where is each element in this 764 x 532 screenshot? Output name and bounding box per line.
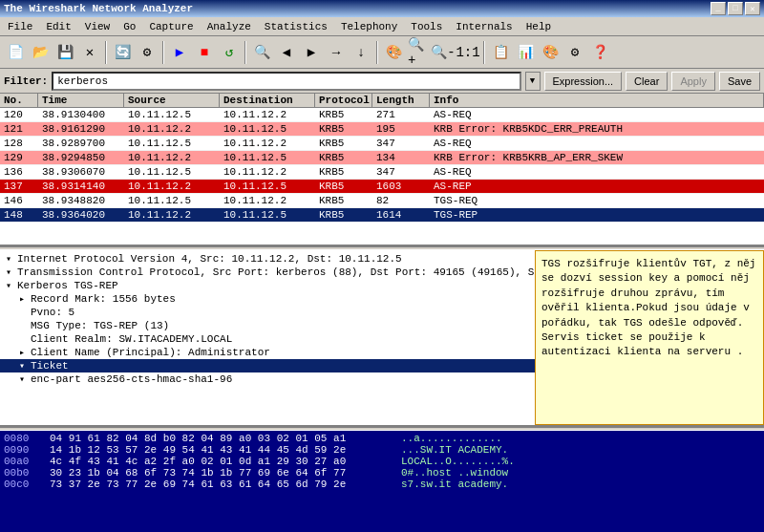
detail-row-text: Client Name (Principal): Administrator [31, 347, 270, 358]
hex-offset: 0080 [4, 433, 42, 444]
packet-row[interactable]: 13738.931414010.11.12.210.11.12.5KRB5160… [0, 180, 764, 194]
normal-icon: 1:1 [456, 45, 479, 60]
hex-offset: 00b0 [4, 467, 42, 479]
detail-row[interactable]: Pvno: 5 [0, 306, 535, 319]
open-button[interactable]: 📂 [29, 41, 52, 64]
menu-item-internals[interactable]: Internals [450, 19, 518, 34]
menu-item-telephony[interactable]: Telephony [335, 19, 403, 34]
packet-cell-src: 10.11.12.5 [124, 108, 220, 121]
minimize-button[interactable]: _ [711, 2, 726, 15]
detail-rows: ▾Internet Protocol Version 4, Src: 10.11… [0, 252, 535, 386]
packet-row[interactable]: 12138.916129010.11.12.210.11.12.5KRB5195… [0, 122, 764, 137]
zoom-in-button[interactable]: 🔍+ [407, 41, 430, 64]
start-capture-button[interactable]: ▶ [168, 41, 191, 64]
packet-row[interactable]: 12038.913040010.11.12.510.11.12.2KRB5271… [0, 108, 764, 122]
hex-row: 009014 1b 12 53 57 2e 49 54 41 43 41 44 … [4, 444, 760, 456]
detail-row[interactable]: Client Realm: SW.ITACADEMY.LOCAL [0, 332, 535, 346]
packet-cell-len: 82 [372, 194, 430, 207]
detail-row[interactable]: ▾Transmission Control Protocol, Src Port… [0, 266, 535, 279]
apply-button[interactable]: Apply [671, 72, 715, 91]
hex-row: 008004 91 61 82 04 8d b0 82 04 89 a0 03 … [4, 433, 760, 444]
back-button[interactable]: ◀ [275, 41, 298, 64]
menu-item-view[interactable]: View [79, 19, 116, 34]
hex-rows: 008004 91 61 82 04 8d b0 82 04 89 a0 03 … [4, 433, 760, 490]
detail-row-text: Pvno: 5 [31, 307, 74, 318]
annotation-box: TGS rozšifruje klientův TGT, z něj se do… [535, 250, 764, 425]
packet-cell-time: 38.9364020 [38, 208, 124, 222]
scroll-to-button[interactable]: ↓ [350, 41, 372, 64]
packet-cell-dst: 10.11.12.2 [220, 165, 315, 179]
restart-icon: ↺ [225, 44, 233, 60]
packet-cell-no: 148 [0, 208, 38, 222]
display-filters-button[interactable]: 📊 [514, 41, 537, 64]
reload-button[interactable]: 🔄 [111, 41, 134, 64]
filter-dropdown-button[interactable]: ▼ [525, 72, 541, 91]
zoom-out-button[interactable]: 🔍- [432, 41, 455, 64]
detail-row[interactable]: ▸Client Name (Principal): Administrator [0, 346, 535, 359]
collapse-icon: ▾ [6, 253, 17, 265]
packet-row[interactable]: 13638.930607010.11.12.510.11.12.2KRB5347… [0, 165, 764, 180]
detail-row[interactable]: ▸Record Mark: 1556 bytes [0, 292, 535, 306]
packet-cell-info: KRB Error: KRB5KRB_AP_ERR_SKEW [430, 151, 764, 164]
clear-button[interactable]: Clear [626, 72, 668, 91]
packet-cell-dst: 10.11.12.5 [220, 122, 315, 136]
hex-pane: 008004 91 61 82 04 8d b0 82 04 89 a0 03 … [0, 431, 764, 532]
packet-cell-info: AS-REP [430, 180, 764, 193]
packet-cell-proto: KRB5 [315, 108, 372, 121]
save-button[interactable]: Save [719, 72, 760, 91]
packet-cell-time: 38.9306070 [38, 165, 124, 179]
detail-row[interactable]: ▾Internet Protocol Version 4, Src: 10.11… [0, 252, 535, 266]
packet-cell-proto: KRB5 [315, 194, 372, 207]
packet-row[interactable]: 12938.929485010.11.12.210.11.12.5KRB5134… [0, 151, 764, 165]
colorize-button[interactable]: 🎨 [382, 41, 405, 64]
new-capture-button[interactable]: 📄 [4, 41, 27, 64]
normal-size-button[interactable]: 1:1 [456, 41, 479, 64]
expression-button[interactable]: Expression... [544, 72, 623, 91]
detail-row-text: Transmission Control Protocol, Src Port:… [17, 266, 535, 278]
menu-item-go[interactable]: Go [117, 19, 141, 34]
detail-row[interactable]: MSG Type: TGS-REP (13) [0, 319, 535, 332]
close-file-icon: ✕ [86, 44, 94, 60]
colorizing-rules-button[interactable]: 🎨 [539, 41, 562, 64]
filter-label: Filter: [4, 75, 48, 87]
back-icon: ◀ [283, 44, 290, 60]
menu-item-statistics[interactable]: Statistics [259, 19, 333, 34]
packet-cell-time: 38.9161290 [38, 122, 124, 136]
detail-row[interactable]: ▾enc-part aes256-cts-hmac-sha1-96 [0, 372, 535, 386]
filter-bar: Filter: ▼ Expression... Clear Apply Save [0, 69, 764, 94]
find-button[interactable]: 🔍 [250, 41, 273, 64]
maximize-button[interactable]: □ [728, 2, 743, 15]
capture-filters-button[interactable]: 📋 [489, 41, 512, 64]
packet-cell-time: 38.9348820 [38, 194, 124, 207]
menu-item-edit[interactable]: Edit [40, 19, 76, 34]
menu-item-help[interactable]: Help [520, 19, 557, 34]
detail-row[interactable]: ▾Ticket [0, 359, 535, 372]
close-file-button[interactable]: ✕ [78, 41, 101, 64]
packet-cell-dst: 10.11.12.2 [220, 108, 315, 121]
packet-row[interactable]: 14638.934882010.11.12.510.11.12.2KRB582T… [0, 194, 764, 208]
menu-item-tools[interactable]: Tools [405, 19, 448, 34]
packet-cell-proto: KRB5 [315, 151, 372, 164]
close-button[interactable]: ✕ [745, 2, 760, 15]
filter-input[interactable] [52, 72, 520, 91]
help-button[interactable]: ❓ [588, 41, 611, 64]
hex-bytes: 14 1b 12 53 57 2e 49 54 41 43 41 44 45 4… [50, 444, 393, 456]
go-to-button[interactable]: → [325, 41, 348, 64]
toolbar: 📄 📂 💾 ✕ 🔄 ⚙ ▶ ■ ↺ 🔍 ◀ ▶ → ↓ 🎨 🔍+ 🔍- 1:1 … [0, 36, 764, 69]
packet-cell-len: 1603 [372, 180, 430, 193]
stop-capture-button[interactable]: ■ [193, 41, 216, 64]
packet-cell-len: 195 [372, 122, 430, 136]
packet-row[interactable]: 14838.936402010.11.12.210.11.12.5KRB5161… [0, 208, 764, 223]
prefs-button[interactable]: ⚙ [563, 41, 586, 64]
detail-row[interactable]: ▾Kerberos TGS-REP [0, 279, 535, 292]
restart-capture-button[interactable]: ↺ [218, 41, 241, 64]
packet-cell-info: KRB Error: KRB5KDC_ERR_PREAUTH [430, 122, 764, 136]
forward-button[interactable]: ▶ [300, 41, 323, 64]
menu-item-file[interactable]: File [2, 19, 38, 34]
menu-item-analyze[interactable]: Analyze [202, 19, 257, 34]
save-button[interactable]: 💾 [53, 41, 76, 64]
zoom-out-icon: 🔍- [431, 44, 455, 60]
packet-row[interactable]: 12838.928970010.11.12.510.11.12.2KRB5347… [0, 137, 764, 151]
capture-options-button[interactable]: ⚙ [136, 41, 159, 64]
menu-item-capture[interactable]: Capture [143, 19, 199, 34]
